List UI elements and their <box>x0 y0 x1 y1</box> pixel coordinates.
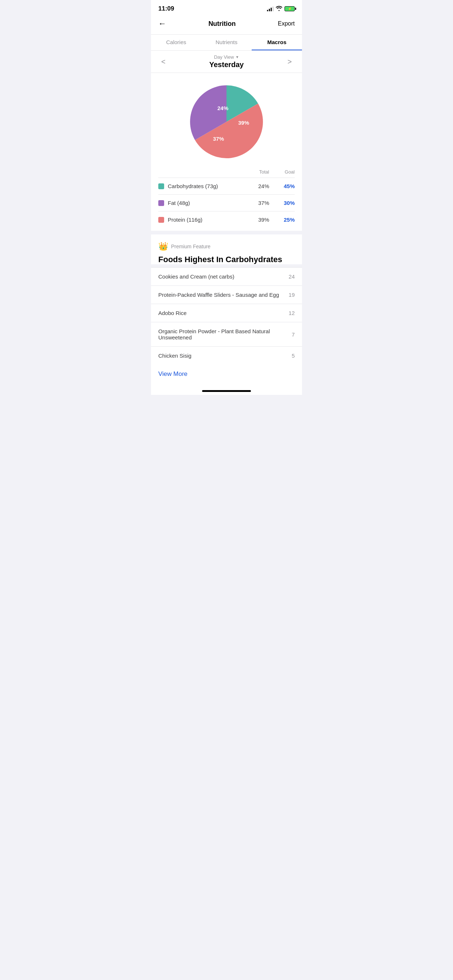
food-item-value: 12 <box>289 310 295 316</box>
macro-row-protein: Protein (116g) 39% 25% <box>158 211 295 228</box>
tab-calories[interactable]: Calories <box>151 35 201 50</box>
section-title: Foods Highest In Carbohydrates <box>158 255 295 264</box>
carbs-goal[interactable]: 45% <box>269 183 295 189</box>
status-icons: ⚡ <box>267 6 295 12</box>
fat-goal[interactable]: 30% <box>269 200 295 206</box>
export-button[interactable]: Export <box>278 21 295 27</box>
wifi-icon <box>276 6 282 12</box>
food-list: Cookies and Cream (net carbs) 24 Protein… <box>151 267 302 364</box>
signal-icon <box>267 6 274 11</box>
macro-table-header: Total Goal <box>158 168 295 178</box>
back-button[interactable]: ← <box>158 19 166 29</box>
carbs-total: 24% <box>244 183 269 189</box>
tab-nutrients[interactable]: Nutrients <box>201 35 252 50</box>
date-day: Yesterday <box>170 60 283 69</box>
status-time: 11:09 <box>158 5 174 13</box>
macro-row-carbs: Carbohydrates (73g) 24% 45% <box>158 178 295 194</box>
header: ← Nutrition Export <box>151 15 302 35</box>
next-day-button[interactable]: > <box>283 57 296 66</box>
date-view-label[interactable]: Day View ▼ <box>170 54 283 60</box>
date-center: Day View ▼ Yesterday <box>170 54 283 69</box>
fat-total: 37% <box>244 200 269 206</box>
food-item-name: Adobo Rice <box>158 310 289 316</box>
fat-color-swatch <box>158 200 164 206</box>
fat-name: Fat (48g) <box>168 200 244 206</box>
macro-row-fat: Fat (48g) 37% 30% <box>158 194 295 211</box>
battery-icon: ⚡ <box>284 6 295 11</box>
food-item-value: 5 <box>292 353 295 359</box>
food-item-name: Organic Protein Powder - Plant Based Nat… <box>158 328 292 340</box>
page-title: Nutrition <box>208 20 236 28</box>
tabs: Calories Nutrients Macros <box>151 35 302 51</box>
view-more-button[interactable]: View More <box>158 371 187 377</box>
protein-color-swatch <box>158 217 164 223</box>
food-item-name: Protein-Packed Waffle Sliders - Sausage … <box>158 292 289 298</box>
chevron-down-icon: ▼ <box>235 55 239 59</box>
protein-total: 39% <box>244 216 269 223</box>
home-bar <box>151 387 302 395</box>
total-header: Total <box>244 169 269 175</box>
premium-badge: 👑 Premium Feature <box>158 242 295 251</box>
food-item-name: Cookies and Cream (net carbs) <box>158 274 289 280</box>
premium-section: 👑 Premium Feature Foods Highest In Carbo… <box>151 234 302 264</box>
protein-name: Protein (116g) <box>168 216 244 223</box>
crown-icon: 👑 <box>158 242 168 251</box>
food-item[interactable]: Chicken Sisig 5 <box>151 346 302 364</box>
tab-macros[interactable]: Macros <box>252 35 302 50</box>
protein-goal[interactable]: 25% <box>269 216 295 223</box>
view-more-section: View More <box>151 364 302 387</box>
svg-text:24%: 24% <box>217 105 228 111</box>
food-item-value: 24 <box>289 274 295 280</box>
food-item-value: 19 <box>289 292 295 298</box>
status-bar: 11:09 ⚡ <box>151 0 302 15</box>
carbs-name: Carbohydrates (73g) <box>168 183 244 189</box>
carbs-color-swatch <box>158 183 164 189</box>
date-navigator: < Day View ▼ Yesterday > <box>151 51 302 73</box>
pie-chart-section: 24% 39% 37% <box>151 73 302 168</box>
food-item[interactable]: Organic Protein Powder - Plant Based Nat… <box>151 322 302 346</box>
svg-text:39%: 39% <box>238 119 249 126</box>
food-item[interactable]: Cookies and Cream (net carbs) 24 <box>151 267 302 285</box>
food-item[interactable]: Protein-Packed Waffle Sliders - Sausage … <box>151 285 302 304</box>
home-bar-line <box>202 390 251 392</box>
macro-table: Total Goal Carbohydrates (73g) 24% 45% F… <box>151 168 302 231</box>
prev-day-button[interactable]: < <box>157 57 170 66</box>
food-item[interactable]: Adobo Rice 12 <box>151 304 302 322</box>
section-divider <box>151 231 302 234</box>
goal-header: Goal <box>269 169 295 175</box>
food-item-name: Chicken Sisig <box>158 353 292 359</box>
food-item-value: 7 <box>292 331 295 337</box>
premium-label: Premium Feature <box>171 243 211 250</box>
pie-chart: 24% 39% 37% <box>187 82 266 162</box>
svg-text:37%: 37% <box>213 135 224 142</box>
